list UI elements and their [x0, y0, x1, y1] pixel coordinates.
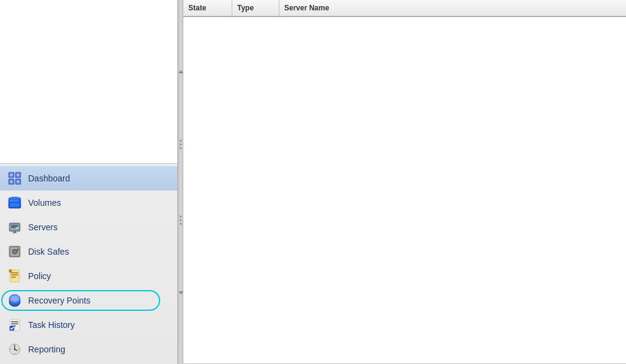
sidebar-item-disk-safes[interactable]: Disk Safes	[0, 239, 177, 264]
svg-rect-30	[9, 269, 12, 272]
sidebar-item-policy[interactable]: Policy	[0, 264, 177, 288]
panel-splitter[interactable]	[178, 0, 183, 364]
sidebar-item-reporting[interactable]: Reporting	[0, 337, 177, 362]
sidebar-item-task-history-label: Task History	[28, 320, 75, 330]
svg-point-5	[17, 173, 20, 177]
sidebar-item-recovery-points[interactable]: Recovery Points	[0, 288, 177, 313]
reporting-icon	[7, 342, 22, 357]
svg-point-24	[14, 251, 15, 252]
svg-rect-28	[11, 275, 18, 276]
sidebar-item-dashboard-label: Dashboard	[28, 173, 70, 183]
splitter-dots-top	[180, 140, 182, 149]
table-body	[183, 17, 626, 364]
svg-rect-40	[11, 324, 18, 325]
svg-point-7	[17, 180, 20, 183]
svg-rect-27	[11, 272, 18, 274]
svg-rect-15	[11, 225, 18, 227]
volumes-icon	[7, 195, 22, 210]
column-header-type[interactable]: Type	[232, 0, 279, 16]
splitter-dots-bottom	[180, 216, 182, 225]
sidebar: Dashboard Volumes	[0, 0, 178, 364]
servers-icon	[7, 220, 22, 235]
svg-rect-39	[11, 321, 18, 322]
svg-point-4	[10, 173, 13, 177]
table-header: State Type Server Name	[183, 0, 626, 17]
column-header-server-name[interactable]: Server Name	[279, 0, 626, 16]
sidebar-item-volumes-label: Volumes	[28, 198, 61, 208]
sidebar-item-policy-label: Policy	[28, 271, 51, 281]
svg-point-47	[14, 349, 15, 350]
svg-rect-16	[11, 227, 16, 228]
svg-rect-25	[17, 249, 18, 251]
svg-rect-29	[11, 277, 16, 278]
svg-rect-18	[13, 231, 16, 233]
sidebar-item-disk-safes-label: Disk Safes	[28, 247, 69, 257]
splitter-arrow-up	[179, 70, 183, 73]
policy-icon	[7, 269, 22, 283]
svg-rect-19	[12, 233, 17, 233]
sidebar-item-volumes[interactable]: Volumes	[0, 191, 177, 215]
recovery-points-icon	[7, 293, 22, 308]
sidebar-item-dashboard[interactable]: Dashboard	[0, 166, 177, 191]
sidebar-item-task-history[interactable]: Task History	[0, 313, 177, 337]
svg-point-17	[17, 229, 18, 230]
sidebar-top-area	[0, 0, 177, 164]
sidebar-navigation: Dashboard Volumes	[0, 164, 177, 364]
svg-rect-9	[10, 203, 20, 207]
sidebar-item-servers-label: Servers	[28, 222, 57, 232]
svg-point-12	[9, 197, 21, 200]
task-history-icon	[7, 318, 22, 332]
splitter-arrow-down	[179, 291, 183, 294]
disk-safes-icon	[7, 244, 22, 259]
svg-point-37	[10, 296, 19, 302]
svg-point-6	[10, 180, 13, 183]
sidebar-item-servers[interactable]: Servers	[0, 215, 177, 239]
sidebar-item-reporting-label: Reporting	[28, 344, 65, 354]
sidebar-item-recovery-points-label: Recovery Points	[28, 296, 90, 305]
column-header-state[interactable]: State	[183, 0, 232, 16]
main-content: State Type Server Name	[183, 0, 626, 364]
dashboard-icon	[7, 171, 22, 186]
